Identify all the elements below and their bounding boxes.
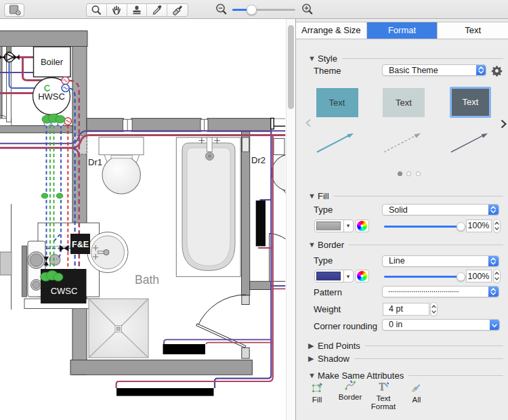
- section-rule: [342, 58, 503, 59]
- panel-toggle-button[interactable]: [4, 3, 24, 17]
- popup-stepper-icon: [488, 256, 499, 266]
- line-style-previews[interactable]: [315, 131, 491, 154]
- fill-section-header[interactable]: ▼ Fill: [308, 191, 503, 201]
- pager-dot[interactable]: [416, 171, 421, 176]
- section-rule: [349, 245, 503, 245]
- make-same-border-icon: [335, 379, 366, 391]
- toilet-bowl[interactable]: [102, 156, 140, 194]
- pattern-preview: [389, 290, 459, 293]
- radiator-wall[interactable]: [256, 201, 266, 247]
- corner-rounding-value: 0 in: [383, 320, 490, 329]
- theme-swatch-1[interactable]: Text: [316, 88, 358, 117]
- tab-format[interactable]: Format: [367, 22, 438, 39]
- floor-plan: Boiler HWSC Dr1 Dr2 Bath F&E CWSC: [0, 19, 295, 420]
- border-color-wheel-button[interactable]: [355, 270, 369, 282]
- pager-dot-active[interactable]: [398, 171, 402, 176]
- theme-settings-button[interactable]: [491, 65, 503, 79]
- make-same-border-label: Border: [335, 393, 366, 401]
- fill-color-wheel-button[interactable]: [355, 219, 369, 232]
- make-same-text-format-label: TextFormat: [368, 394, 399, 411]
- swatch-text: Text: [329, 98, 345, 108]
- corner-rounding-dropdown[interactable]: 0 in: [382, 319, 500, 331]
- zoom-out-button[interactable]: [214, 0, 229, 19]
- fill-opacity-slider[interactable]: [384, 222, 467, 231]
- zoom-slider-knob[interactable]: [247, 5, 257, 15]
- pan-tool-button[interactable]: [107, 4, 127, 16]
- brush-tool-button[interactable]: [167, 4, 188, 16]
- app-window: Boiler HWSC Dr1 Dr2 Bath F&E CWSC Arrang…: [0, 0, 508, 420]
- disclosure-triangle-icon: ▼: [308, 192, 318, 200]
- gear-icon: [491, 65, 503, 77]
- section-rule: [334, 196, 503, 196]
- popup-stepper-icon: [488, 205, 499, 215]
- border-color-well[interactable]: ▾: [314, 270, 354, 282]
- border-opacity-value[interactable]: 100%: [466, 270, 492, 282]
- make-same-text-format-button[interactable]: TextFormat: [368, 381, 399, 411]
- pattern-dropdown[interactable]: [382, 286, 499, 297]
- theme-dropdown[interactable]: Basic Theme: [382, 64, 486, 76]
- door-leaf[interactable]: [196, 324, 246, 348]
- corner-rounding-label: Corner rounding: [314, 321, 377, 331]
- magnifier-icon: [90, 4, 102, 16]
- swatch-pager-left[interactable]: [305, 118, 312, 129]
- zoom-out-icon: [214, 2, 229, 17]
- weight-field[interactable]: 4 pt: [383, 303, 429, 316]
- border-type-label: Type: [314, 255, 333, 266]
- zoom-in-button[interactable]: [300, 0, 315, 19]
- fill-color-chip: [316, 222, 341, 230]
- fill-opacity-knob[interactable]: [457, 222, 465, 231]
- dr1-label: Dr1: [88, 157, 102, 167]
- border-section-title: Border: [318, 240, 349, 250]
- door-swing-arc: [198, 295, 246, 326]
- make-same-all-button[interactable]: All: [401, 382, 432, 404]
- stamp-icon: [131, 4, 143, 16]
- border-opacity-slider[interactable]: [384, 272, 467, 281]
- make-same-border-button[interactable]: Border: [335, 379, 366, 401]
- radiator-door[interactable]: [163, 344, 206, 354]
- swatch-pager-right[interactable]: [500, 119, 507, 131]
- style-section-header[interactable]: ▼ Style: [308, 54, 503, 63]
- theme-swatch-3-selected[interactable]: Text: [450, 87, 491, 118]
- fill-section-title: Fill: [318, 191, 334, 201]
- weight-stepper[interactable]: [430, 302, 438, 316]
- fill-type-dropdown[interactable]: Solid: [382, 204, 499, 215]
- canvas-scrollbar-thumb[interactable]: [288, 25, 294, 109]
- chevron-down-icon: ▾: [344, 222, 353, 229]
- border-opacity-knob[interactable]: [457, 272, 465, 281]
- make-same-attributes-header[interactable]: ▼ Make Same Attributes: [308, 371, 503, 380]
- border-section-header[interactable]: ▼ Border: [308, 240, 503, 249]
- make-same-all-label: All: [401, 396, 432, 404]
- border-opacity-stepper[interactable]: [493, 269, 501, 283]
- shadow-title: Shadow: [318, 354, 354, 364]
- eyedropper-tool-button[interactable]: [147, 4, 167, 16]
- theme-swatch-2[interactable]: Text: [383, 88, 425, 117]
- stamp-tool-button[interactable]: [127, 4, 148, 16]
- disclosure-triangle-icon: ▼: [308, 240, 318, 249]
- make-same-fill-button[interactable]: Fill: [301, 382, 333, 404]
- disclosure-triangle-icon: ▼: [308, 54, 318, 62]
- drawing-canvas[interactable]: Boiler HWSC Dr1 Dr2 Bath F&E CWSC: [0, 19, 295, 420]
- zoom-slider[interactable]: [232, 0, 295, 19]
- end-points-title: End Points: [318, 341, 365, 351]
- wall-opening[interactable]: [74, 135, 87, 154]
- valve-cluster[interactable]: [42, 114, 65, 126]
- pager-dot[interactable]: [406, 171, 411, 176]
- make-same-fill-label: Fill: [301, 396, 333, 404]
- radiator-bottom[interactable]: [117, 388, 214, 396]
- style-section-title: Style: [318, 54, 342, 64]
- shadow-section-header[interactable]: ▶ Shadow: [308, 354, 503, 363]
- zoom-tool-button[interactable]: [87, 4, 107, 16]
- toilet-tank[interactable]: [99, 138, 144, 155]
- disclosure-triangle-icon: ▼: [308, 371, 318, 379]
- fill-color-well[interactable]: ▾: [314, 219, 354, 232]
- border-type-dropdown[interactable]: Line: [382, 255, 499, 267]
- tab-text[interactable]: Text: [438, 22, 508, 39]
- end-points-section-header[interactable]: ▶ End Points: [308, 341, 503, 350]
- swatch-text: Text: [396, 98, 412, 108]
- fill-opacity-stepper[interactable]: [493, 219, 501, 233]
- section-rule: [365, 345, 503, 346]
- tab-arrange-size[interactable]: Arrange & Size: [296, 22, 367, 39]
- fill-opacity-value[interactable]: 100%: [466, 219, 492, 232]
- section-rule: [408, 375, 503, 376]
- zoom-in-icon: [300, 2, 315, 17]
